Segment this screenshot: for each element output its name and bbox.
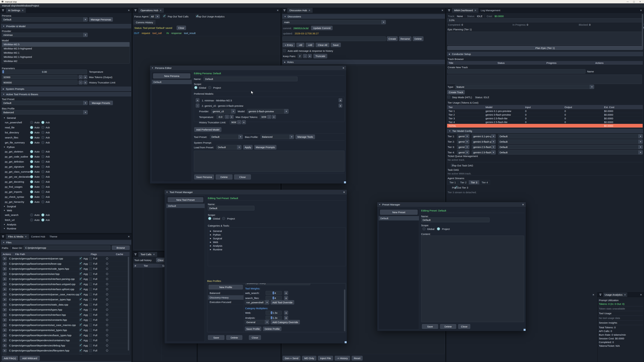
resize-grip[interactable] (345, 341, 347, 343)
remove-file-button[interactable]: x (3, 308, 7, 311)
category-row[interactable]: ▶Python (210, 233, 346, 237)
comms-history-tab[interactable]: Comms History (134, 20, 156, 25)
full-checkbox[interactable] (89, 329, 92, 332)
focus-agent-select[interactable]: All▼ (150, 14, 160, 18)
conductor-setup-header[interactable]: ▶Conductor Setup (447, 52, 643, 56)
auto-radio[interactable] (30, 160, 33, 163)
pm-delete-button[interactable]: Delete (440, 324, 456, 329)
add-category-override-button[interactable]: Add Category Override (271, 320, 300, 324)
pm-scope-project-radio[interactable] (437, 227, 440, 230)
auto-radio[interactable] (30, 170, 33, 173)
tpm-titlebar[interactable]: ▼Tool Preset Manager✕ (164, 190, 347, 195)
full-checkbox[interactable] (89, 288, 92, 291)
stream-tab-tier-2[interactable]: Tier 2 (458, 180, 469, 185)
gen-send-button[interactable]: Gen + Send (282, 356, 300, 361)
remove-file-button[interactable]: x (3, 303, 7, 306)
auto-add-checkbox[interactable] (283, 49, 286, 52)
tool-group-header[interactable]: ▼Web (0, 208, 132, 212)
remove-file-button[interactable]: x (3, 287, 7, 291)
tpm-name-input[interactable]: Default (208, 206, 254, 211)
history-limit-decrement-button[interactable]: - (79, 80, 83, 84)
persona-item[interactable]: Default (152, 80, 192, 84)
manage-prompts-button[interactable]: Manage Prompts (254, 145, 276, 149)
remove-model-button[interactable]: x (338, 104, 342, 108)
ask-radio[interactable] (41, 213, 44, 217)
pm-max-output-decrement[interactable]: - (267, 115, 271, 119)
full-checkbox[interactable] (89, 278, 92, 281)
full-checkbox[interactable] (89, 257, 92, 260)
agg-checkbox[interactable] (79, 272, 82, 275)
create-track-button[interactable]: Create Track (447, 90, 465, 94)
tier-model-select[interactable]: gemini-3.1-pro-p▼ (472, 134, 496, 138)
tool-preset-select[interactable]: Default▼ (2, 101, 88, 105)
pe-tool-preset-select[interactable]: Default▼ (210, 135, 243, 139)
persona-name-input[interactable]: Default (204, 77, 298, 81)
pm-name-input[interactable]: Default (421, 218, 490, 222)
window-close-icon[interactable]: ✕ (639, 0, 641, 3)
auto-radio[interactable] (30, 200, 33, 203)
category-row[interactable]: ▶General (210, 229, 346, 233)
persona-editor-titlebar[interactable]: ▼Persona Editor✕ (150, 65, 346, 70)
tier-provider-select[interactable]: gemini▼ (457, 145, 470, 149)
category-row[interactable]: ▶Runtime (210, 248, 346, 251)
provider-model-header[interactable]: ▼Provider & Model (1, 24, 131, 28)
roles-header[interactable]: ▶Roles (282, 60, 445, 64)
tab-context-hub[interactable]: Context Hub (29, 234, 47, 239)
stream-tab-tier-4[interactable]: Tier 4 (479, 180, 490, 185)
load-preset-select[interactable]: Default▼ (216, 145, 242, 149)
auto-radio[interactable] (30, 175, 33, 178)
tpm-scope-project-radio[interactable] (222, 217, 225, 220)
weight-slider[interactable]: 1.5x (266, 311, 282, 315)
auto-radio[interactable] (30, 195, 33, 198)
full-checkbox[interactable] (89, 267, 92, 270)
close-persona-button[interactable]: Close (234, 174, 251, 179)
stream-tab-tier-1[interactable]: Tier 1 (447, 180, 458, 185)
ask-radio[interactable] (41, 126, 44, 129)
history-button[interactable]: -> History (335, 356, 350, 361)
remove-file-button[interactable]: x (3, 282, 7, 286)
add-preferred-model-button[interactable]: Add Preferred Model (194, 127, 221, 132)
truncate-button[interactable]: Truncate (314, 54, 327, 58)
active-presets-header[interactable]: ▼Active Tool Presets & Biases (1, 92, 131, 96)
panel-menu-icon[interactable] (133, 8, 138, 13)
save-button[interactable]: Save (331, 43, 341, 47)
full-checkbox[interactable] (89, 272, 92, 275)
remove-file-button[interactable]: x (3, 298, 7, 301)
rename-discussion-button[interactable]: Rename (399, 36, 412, 41)
weight-slider[interactable]: 1.3x (266, 316, 282, 320)
tab-close-icon[interactable]: ✕ (474, 9, 476, 12)
temperature-slider[interactable]: 0.00 (2, 69, 87, 74)
delete-profile-button[interactable]: Delete Profile (263, 327, 282, 331)
manage-personas-button[interactable]: Manage Personas (89, 17, 113, 22)
ask-radio[interactable] (41, 170, 44, 173)
remove-file-button[interactable]: x (3, 313, 7, 317)
tab-ai-settings[interactable]: AI Settings✕ (6, 8, 26, 13)
screenshots-header[interactable]: ▶Screenshots (1, 361, 131, 362)
maximize-icon[interactable]: ▢ (633, 0, 635, 3)
add-files-button[interactable]: Add File(s) (2, 356, 18, 361)
browse-button[interactable]: Browse (112, 246, 130, 250)
auto-radio[interactable] (30, 155, 33, 158)
ask-radio[interactable] (41, 160, 44, 163)
tier-model-select[interactable]: gemini-3-flash-p▼ (472, 139, 496, 144)
panel-menu-icon[interactable] (446, 8, 452, 13)
full-checkbox[interactable] (89, 298, 92, 301)
scope-global-radio[interactable] (194, 86, 198, 89)
auto-radio[interactable] (30, 180, 33, 183)
remove-file-button[interactable]: x (3, 328, 7, 332)
agg-checkbox[interactable] (79, 349, 82, 352)
dock-close-icon[interactable]: ✕ (592, 293, 594, 296)
menu-manual-slop[interactable]: manual slop (2, 4, 16, 7)
agg-checkbox[interactable] (79, 288, 82, 291)
agg-checkbox[interactable] (79, 313, 82, 316)
tab-operations-hub[interactable]: Operations Hub✕ (138, 8, 164, 13)
panel-menu-icon[interactable] (598, 293, 603, 297)
entry-button[interactable]: + Entry (282, 43, 295, 47)
tier-provider-select[interactable]: gemini▼ (457, 150, 470, 155)
all-button[interactable]: +All (306, 43, 314, 47)
remove-file-button[interactable]: x (3, 293, 7, 296)
category-row[interactable]: ▶Surgical (210, 237, 346, 240)
base-dir-input[interactable]: C:/projects/gencpp (24, 246, 110, 250)
full-checkbox[interactable] (89, 349, 92, 352)
remove-weight-button[interactable]: x (284, 311, 288, 315)
